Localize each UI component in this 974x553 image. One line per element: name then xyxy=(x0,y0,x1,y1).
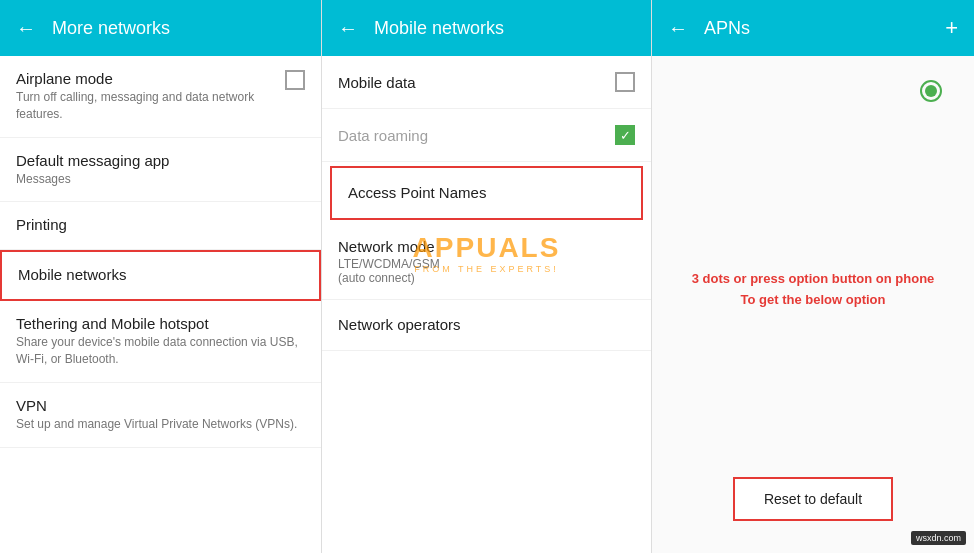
vpn-title: VPN xyxy=(16,397,305,414)
wsxdn-badge: wsxdn.com xyxy=(911,531,966,545)
apns-radio-row xyxy=(668,72,958,102)
network-operators-label: Network operators xyxy=(338,316,461,333)
mobile-networks-content: Mobile data Data roaming ✓ Access Point … xyxy=(322,56,651,553)
network-mode-row[interactable]: Network mode LTE/WCDMA/GSM(auto connect)… xyxy=(322,224,651,300)
more-networks-panel: ← More networks Airplane mode Turn off c… xyxy=(0,0,322,553)
airplane-mode-text: Airplane mode Turn off calling, messagin… xyxy=(16,70,285,123)
apns-header-title: APNs xyxy=(704,18,945,39)
vpn-item[interactable]: VPN Set up and manage Virtual Private Ne… xyxy=(0,383,321,448)
tethering-item[interactable]: Tethering and Mobile hotspot Share your … xyxy=(0,301,321,383)
mobile-data-row[interactable]: Mobile data xyxy=(322,56,651,109)
network-mode-title: Network mode xyxy=(338,238,635,255)
more-networks-content: Airplane mode Turn off calling, messagin… xyxy=(0,56,321,553)
data-roaming-label: Data roaming xyxy=(338,127,428,144)
access-point-names-label: Access Point Names xyxy=(348,184,486,201)
reset-to-default-button[interactable]: Reset to default xyxy=(733,477,893,521)
tethering-title: Tethering and Mobile hotspot xyxy=(16,315,305,332)
more-networks-back-arrow[interactable]: ← xyxy=(16,17,36,40)
mobile-networks-item[interactable]: Mobile networks xyxy=(0,250,321,301)
apns-radio-button[interactable] xyxy=(920,80,942,102)
data-roaming-row[interactable]: Data roaming ✓ xyxy=(322,109,651,162)
apns-hint-text: 3 dots or press option button on phone T… xyxy=(668,249,958,331)
mobile-networks-panel: ← Mobile networks Mobile data Data roami… xyxy=(322,0,652,553)
mobile-networks-title: Mobile networks xyxy=(18,266,303,283)
vpn-text: VPN Set up and manage Virtual Private Ne… xyxy=(16,397,305,433)
more-networks-header: ← More networks xyxy=(0,0,321,56)
airplane-mode-title: Airplane mode xyxy=(16,70,285,87)
apns-panel: ← APNs + 3 dots or press option button o… xyxy=(652,0,974,553)
apns-back-arrow[interactable]: ← xyxy=(668,17,688,40)
apns-hint-content: 3 dots or press option button on phone T… xyxy=(692,271,935,307)
mobile-networks-header: ← Mobile networks xyxy=(322,0,651,56)
printing-title: Printing xyxy=(16,216,305,233)
mobile-networks-back-arrow[interactable]: ← xyxy=(338,17,358,40)
default-messaging-text: Default messaging app Messages xyxy=(16,152,305,188)
vpn-subtitle: Set up and manage Virtual Private Networ… xyxy=(16,416,305,433)
mobile-data-checkbox[interactable] xyxy=(615,72,635,92)
default-messaging-subtitle: Messages xyxy=(16,171,305,188)
mobile-networks-text: Mobile networks xyxy=(18,266,303,285)
airplane-mode-subtitle: Turn off calling, messaging and data net… xyxy=(16,89,285,123)
apns-content: 3 dots or press option button on phone T… xyxy=(652,56,974,553)
tethering-subtitle: Share your device's mobile data connecti… xyxy=(16,334,305,368)
printing-text: Printing xyxy=(16,216,305,235)
more-networks-title: More networks xyxy=(52,18,305,39)
printing-item[interactable]: Printing xyxy=(0,202,321,250)
apns-radio-inner xyxy=(925,85,937,97)
mobile-networks-header-title: Mobile networks xyxy=(374,18,635,39)
default-messaging-item[interactable]: Default messaging app Messages xyxy=(0,138,321,203)
access-point-names-row[interactable]: Access Point Names xyxy=(330,166,643,220)
default-messaging-title: Default messaging app xyxy=(16,152,305,169)
mobile-data-label: Mobile data xyxy=(338,74,416,91)
apns-add-button[interactable]: + xyxy=(945,15,958,41)
network-mode-subtitle: LTE/WCDMA/GSM(auto connect) xyxy=(338,257,635,285)
data-roaming-checkbox[interactable]: ✓ xyxy=(615,125,635,145)
tethering-text: Tethering and Mobile hotspot Share your … xyxy=(16,315,305,368)
reset-btn-container: Reset to default xyxy=(668,477,958,537)
airplane-mode-checkbox[interactable] xyxy=(285,70,305,90)
airplane-mode-item[interactable]: Airplane mode Turn off calling, messagin… xyxy=(0,56,321,138)
apns-header: ← APNs + xyxy=(652,0,974,56)
network-operators-row[interactable]: Network operators xyxy=(322,300,651,351)
